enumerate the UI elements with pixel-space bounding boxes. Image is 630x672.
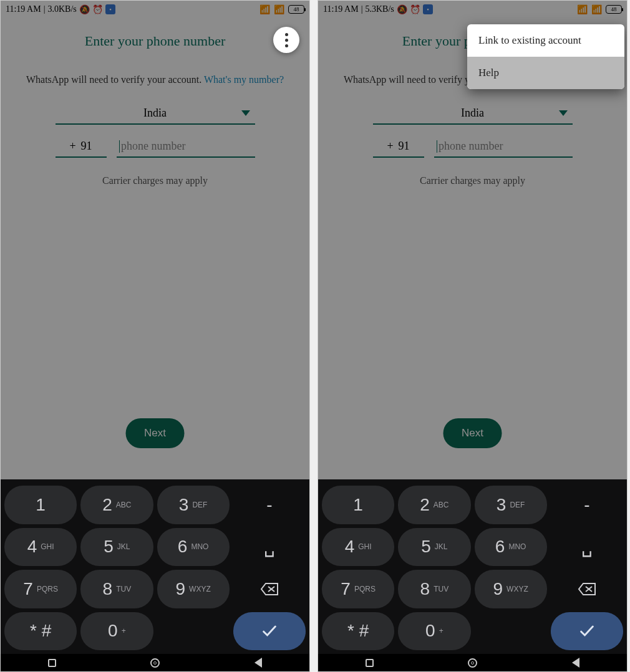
whats-my-number-link[interactable]: What's my number?	[204, 74, 284, 85]
dnd-icon: 🔕	[79, 4, 90, 15]
page-title: Enter your phone number	[13, 33, 297, 49]
status-bar: 11:19 AM | 3.0KB/s 🔕 ⏰ ▪ 📶 📶 48	[1, 1, 309, 18]
keypad-key-2[interactable]: 2ABC	[80, 486, 153, 524]
keypad-key-6[interactable]: 6MNO	[475, 528, 547, 567]
home-button[interactable]	[150, 658, 160, 668]
keypad-key-0[interactable]: 0+	[398, 612, 470, 651]
phone-placeholder: phone number	[121, 140, 185, 152]
status-time: 11:19 AM	[323, 4, 359, 14]
recents-button[interactable]	[366, 659, 374, 667]
menu-link-existing-account[interactable]: Link to existing account	[467, 24, 624, 57]
status-netspeed: 5.3KB/s	[365, 4, 394, 14]
recents-button[interactable]	[48, 659, 56, 667]
home-button[interactable]	[468, 658, 477, 668]
verify-account-text: WhatsApp will need to verify your accoun…	[13, 72, 297, 88]
phone-number-input[interactable]: phone number	[434, 136, 573, 158]
country-value: India	[461, 107, 484, 120]
keypad-key-0[interactable]: 0+	[80, 612, 153, 651]
carrier-note: Carrier charges may apply	[13, 175, 297, 186]
keypad-key-6[interactable]: 6MNO	[157, 528, 230, 567]
next-button[interactable]: Next	[443, 418, 502, 448]
keypad-enter-key[interactable]	[233, 612, 306, 651]
app-badge-icon: ▪	[105, 4, 115, 14]
keypad-key-7[interactable]: 7PQRS	[322, 570, 394, 608]
keypad-key-[interactable]: -	[551, 486, 623, 524]
app-badge-icon: ▪	[423, 4, 433, 14]
screenshot-right: 11:19 AM | 5.3KB/s 🔕 ⏰ ▪ 📶 📶 48 Enter yo…	[317, 0, 628, 672]
country-value: India	[143, 107, 167, 120]
keypad-enter-key[interactable]	[551, 612, 623, 651]
keypad-key-4[interactable]: 4GHI	[4, 528, 77, 567]
numeric-keypad: 12ABC3DEF-4GHI5JKL6MNO␣7PQRS8TUV9WXYZ* #…	[318, 479, 627, 654]
keypad-key-9[interactable]: 9WXYZ	[475, 570, 547, 608]
keypad-backspace-key[interactable]	[551, 570, 623, 608]
country-code-field[interactable]: +91	[56, 136, 107, 158]
overflow-menu: Link to existing account Help	[467, 24, 624, 89]
keypad-key-2[interactable]: 2ABC	[398, 486, 470, 524]
status-bar: 11:19 AM | 5.3KB/s 🔕 ⏰ ▪ 📶 📶 48	[318, 1, 627, 18]
menu-help[interactable]: Help	[467, 57, 624, 89]
keypad-key-[interactable]: ␣	[551, 528, 623, 567]
android-navbar	[318, 654, 627, 671]
signal-icon: 📶	[577, 4, 588, 15]
dnd-icon: 🔕	[397, 4, 407, 15]
alarm-icon: ⏰	[410, 4, 420, 15]
keypad-key-1[interactable]: 1	[4, 486, 77, 524]
keypad-key-[interactable]: * #	[322, 612, 394, 651]
keypad-key-5[interactable]: 5JKL	[80, 528, 153, 567]
keypad-key-[interactable]: -	[233, 486, 306, 524]
keypad-key-7[interactable]: 7PQRS	[4, 570, 77, 608]
chevron-down-icon	[559, 110, 568, 116]
android-navbar	[1, 654, 309, 671]
signal-icon: 📶	[259, 4, 270, 15]
phone-number-input[interactable]: phone number	[117, 136, 255, 158]
more-options-button[interactable]	[273, 27, 299, 53]
keypad-key-1[interactable]: 1	[322, 486, 394, 524]
carrier-note: Carrier charges may apply	[331, 175, 614, 186]
alarm-icon: ⏰	[92, 4, 103, 15]
keypad-backspace-key[interactable]	[233, 570, 306, 608]
country-code-field[interactable]: +91	[373, 136, 424, 158]
keypad-key-[interactable]: * #	[4, 612, 77, 651]
next-button[interactable]: Next	[125, 418, 185, 448]
country-select[interactable]: India	[56, 103, 255, 125]
numeric-keypad: 12ABC3DEF-4GHI5JKL6MNO␣7PQRS8TUV9WXYZ* #…	[1, 479, 309, 654]
keypad-key-3[interactable]: 3DEF	[157, 486, 230, 524]
battery-icon: 48	[288, 5, 304, 14]
status-time: 11:19 AM	[6, 4, 41, 14]
keypad-key-8[interactable]: 8TUV	[398, 570, 470, 608]
keypad-key-3[interactable]: 3DEF	[475, 486, 547, 524]
phone-placeholder: phone number	[439, 140, 503, 152]
status-netspeed: 3.0KB/s	[47, 4, 76, 14]
keypad-key-4[interactable]: 4GHI	[322, 528, 394, 567]
wifi-icon: 📶	[274, 4, 284, 15]
back-button[interactable]	[572, 658, 579, 668]
keypad-key-[interactable]: ␣	[233, 528, 306, 567]
battery-icon: 48	[606, 5, 622, 14]
chevron-down-icon	[241, 110, 250, 116]
keypad-key-5[interactable]: 5JKL	[398, 528, 470, 567]
back-button[interactable]	[254, 658, 262, 668]
country-select[interactable]: India	[373, 103, 573, 125]
keypad-key-8[interactable]: 8TUV	[80, 570, 153, 608]
wifi-icon: 📶	[591, 4, 602, 15]
screenshot-left: 11:19 AM | 3.0KB/s 🔕 ⏰ ▪ 📶 📶 48 Enter yo…	[0, 0, 310, 672]
keypad-key-9[interactable]: 9WXYZ	[157, 570, 230, 608]
